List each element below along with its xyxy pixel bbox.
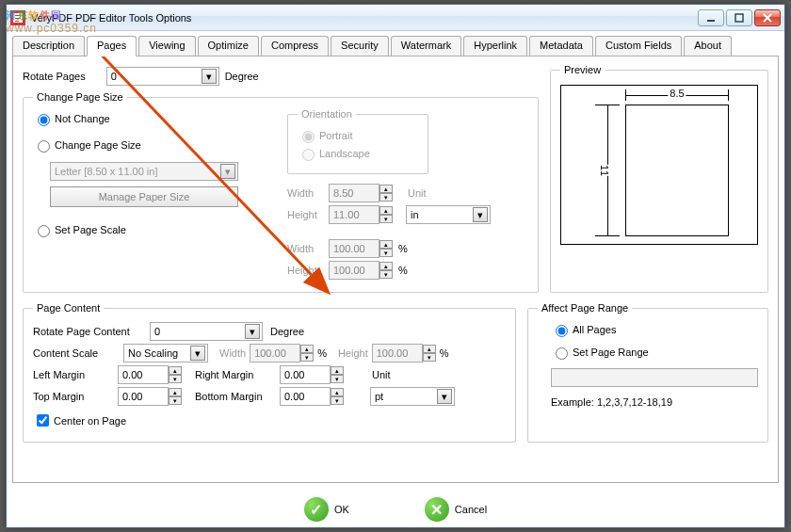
preview-legend: Preview: [560, 64, 605, 75]
right-margin-spinner[interactable]: ▴▾: [331, 366, 344, 383]
options-window: VeryPDF PDF Editor Tools Options Descrip…: [6, 4, 785, 528]
orientation-legend: Orientation: [298, 108, 356, 120]
all-pages-label: All Pages: [573, 324, 616, 335]
manage-paper-size-button[interactable]: Manage Paper Size: [50, 186, 238, 207]
titlebar[interactable]: VeryPDF PDF Editor Tools Options: [7, 5, 784, 31]
unit-label: Unit: [408, 187, 427, 199]
height-input[interactable]: [329, 205, 379, 224]
rotate-degree-label: Degree: [225, 71, 259, 82]
bottom-margin-spinner[interactable]: ▴▾: [331, 388, 344, 405]
chevron-down-icon: ▾: [190, 346, 205, 361]
rotate-content-label: Rotate Page Content: [33, 326, 146, 337]
cancel-button[interactable]: ✕Cancel: [425, 497, 487, 522]
change-page-size-label: Change Page Size: [55, 139, 141, 151]
affect-page-range-legend: Affect Page Range: [538, 302, 632, 314]
window-title: VeryPDF PDF Editor Tools Options: [31, 12, 698, 24]
rotate-pages-combo[interactable]: 0 ▾: [106, 67, 219, 86]
chevron-down-icon: ▾: [202, 69, 217, 84]
center-on-page-label: Center on Page: [54, 415, 126, 427]
scale-width-spinner[interactable]: ▴▾: [379, 240, 393, 257]
rotate-content-value: 0: [154, 326, 160, 337]
rotate-content-combo[interactable]: 0▾: [150, 322, 263, 341]
left-margin-input[interactable]: [118, 365, 169, 384]
margin-unit-label: Unit: [372, 369, 391, 380]
dialog-footer: ✓OK ✕Cancel: [7, 497, 784, 522]
bottom-margin-input[interactable]: [280, 387, 331, 406]
tab-pages[interactable]: Pages: [87, 36, 137, 56]
orientation-group: Orientation Portrait Landscape: [287, 108, 428, 174]
height-spinner[interactable]: ▴▾: [379, 206, 393, 223]
height-label: Height: [287, 209, 325, 220]
content-width-unit: %: [317, 347, 327, 359]
ok-button[interactable]: ✓OK: [304, 497, 349, 522]
cross-icon: ✕: [425, 497, 449, 522]
content-height-unit: %: [440, 347, 449, 359]
content-height-spinner[interactable]: ▴▾: [423, 345, 436, 362]
content-scale-label: Content Scale: [33, 347, 120, 359]
content-height-label: Height: [338, 347, 368, 359]
all-pages-radio[interactable]: [556, 325, 568, 337]
chevron-down-icon: ▾: [473, 207, 488, 222]
not-change-radio[interactable]: [38, 114, 50, 126]
width-spinner[interactable]: ▴▾: [379, 185, 393, 202]
tab-bar: Description Pages Viewing Optimize Compr…: [12, 35, 779, 56]
set-page-range-label: Set Page Range: [573, 347, 649, 358]
tab-custom-fields[interactable]: Custom Fields: [595, 36, 682, 56]
checkmark-icon: ✓: [304, 497, 329, 522]
rotate-pages-label: Rotate Pages: [23, 71, 86, 82]
size-unit-combo[interactable]: in▾: [406, 205, 491, 224]
center-on-page-checkbox[interactable]: [37, 414, 49, 427]
page-content-group: Page Content Rotate Page Content0▾Degree…: [23, 302, 516, 443]
affect-page-range-group: Affect Page Range All Pages Set Page Ran…: [527, 302, 768, 443]
landscape-label: Landscape: [319, 148, 370, 159]
close-button[interactable]: [754, 9, 781, 26]
size-unit-value: in: [411, 209, 419, 220]
width-input[interactable]: [329, 184, 379, 202]
not-change-label: Not Change: [55, 113, 110, 124]
scale-height-input[interactable]: [329, 261, 379, 280]
tab-optimize[interactable]: Optimize: [198, 36, 259, 56]
portrait-label: Portrait: [319, 130, 352, 141]
landscape-radio[interactable]: [302, 149, 315, 161]
scale-width-unit: %: [398, 243, 408, 254]
maximize-button[interactable]: [726, 9, 752, 26]
preview-height-value: 11: [597, 165, 612, 176]
page-range-input[interactable]: [551, 368, 758, 387]
content-scale-combo[interactable]: No Scaling▾: [123, 344, 208, 363]
left-margin-label: Left Margin: [33, 369, 114, 380]
change-page-size-legend: Change Page Size: [33, 91, 127, 103]
set-page-scale-radio[interactable]: [38, 225, 50, 237]
right-margin-label: Right Margin: [195, 369, 276, 380]
tab-compress[interactable]: Compress: [261, 36, 329, 56]
left-margin-spinner[interactable]: ▴▾: [169, 366, 182, 383]
margin-unit-combo[interactable]: pt▾: [370, 387, 455, 406]
tab-metadata[interactable]: Metadata: [529, 36, 593, 56]
set-page-range-radio[interactable]: [556, 347, 568, 360]
tab-hyperlink[interactable]: Hyperlink: [463, 36, 527, 56]
top-margin-input[interactable]: [118, 387, 169, 406]
scale-width-input[interactable]: [329, 239, 379, 258]
change-page-size-radio[interactable]: [38, 140, 50, 153]
right-margin-input[interactable]: [280, 365, 331, 384]
scale-height-spinner[interactable]: ▴▾: [379, 262, 393, 279]
tab-security[interactable]: Security: [331, 36, 389, 56]
set-page-scale-label: Set Page Scale: [55, 224, 126, 235]
portrait-radio[interactable]: [302, 131, 315, 143]
top-margin-spinner[interactable]: ▴▾: [169, 388, 182, 405]
content-width-input[interactable]: [250, 344, 300, 363]
tab-watermark[interactable]: Watermark: [391, 36, 461, 56]
ok-label: OK: [334, 504, 349, 515]
preview-group: Preview 8.5 11: [550, 64, 768, 293]
tab-viewing[interactable]: Viewing: [138, 36, 195, 56]
content-width-label: Width: [219, 347, 246, 359]
minimize-button[interactable]: [698, 9, 724, 26]
content-height-input[interactable]: [372, 344, 423, 363]
width-label: Width: [287, 187, 325, 199]
pages-panel: Rotate Pages 0 ▾ Degree Change Page Size…: [12, 56, 779, 483]
tab-description[interactable]: Description: [12, 36, 85, 56]
paper-preset-combo[interactable]: Letter [8.50 x 11.00 in]▾: [50, 162, 238, 181]
content-width-spinner[interactable]: ▴▾: [300, 345, 314, 362]
tab-about[interactable]: About: [684, 36, 732, 56]
paper-preset-value: Letter [8.50 x 11.00 in]: [55, 166, 157, 177]
preview-width-value: 8.5: [668, 88, 686, 99]
